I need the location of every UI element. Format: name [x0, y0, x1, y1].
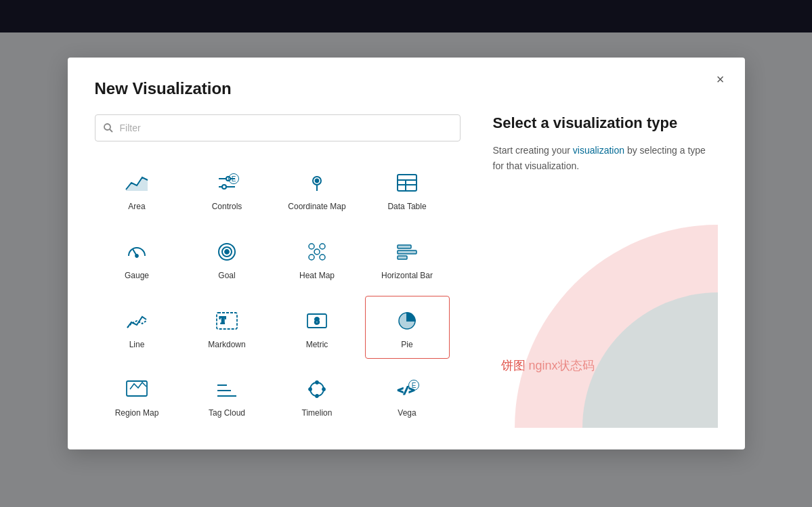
right-panel: Select a visualization type Start creati… [488, 114, 718, 427]
viz-item-tag_cloud[interactable]: Tag Cloud [185, 364, 270, 428]
visualization-grid: AreaEControlsCoordinate MapData TableGau… [95, 158, 461, 427]
svg-rect-31 [127, 381, 147, 396]
vega-icon: </> [391, 376, 423, 403]
right-panel-description: Start creating your visualization by sel… [493, 143, 718, 173]
viz-item-metric[interactable]: 8Metric [275, 296, 360, 359]
gauge-label: Gauge [125, 271, 149, 282]
svg-rect-25 [398, 256, 407, 259]
viz-item-pie[interactable]: Pie [365, 296, 450, 359]
svg-marker-2 [126, 177, 148, 191]
region_map-icon [121, 376, 153, 403]
svg-point-18 [309, 244, 314, 249]
decorative-circles [515, 225, 718, 428]
svg-point-8 [316, 179, 319, 183]
area-icon [121, 169, 153, 196]
coordinate_map-icon [301, 169, 333, 196]
data_table-icon [391, 169, 423, 196]
svg-point-20 [309, 255, 314, 260]
svg-line-1 [110, 129, 112, 132]
tag_cloud-label: Tag Cloud [209, 408, 245, 419]
svg-point-36 [309, 388, 312, 391]
svg-rect-23 [398, 245, 411, 248]
line-label: Line [129, 340, 145, 351]
controls-label: Controls [212, 202, 242, 213]
svg-text:T: T [219, 315, 226, 326]
search-icon [103, 123, 114, 133]
viz-item-gauge[interactable]: Gauge [95, 227, 179, 290]
svg-point-6 [222, 185, 226, 189]
close-button[interactable]: × [710, 68, 731, 90]
timelion-label: Timelion [302, 408, 333, 419]
line-icon [121, 307, 153, 334]
svg-point-17 [225, 250, 229, 254]
tag_cloud-icon [211, 376, 243, 403]
svg-point-0 [104, 124, 110, 130]
viz-item-data_table[interactable]: Data Table [365, 158, 450, 221]
viz-item-horizontal_bar[interactable]: Horizontal Bar [365, 227, 450, 290]
area-label: Area [128, 202, 145, 213]
svg-rect-24 [398, 250, 416, 254]
viz-item-goal[interactable]: Goal [185, 227, 270, 290]
viz-item-region_map[interactable]: Region Map [95, 364, 179, 428]
viz-item-timelion[interactable]: Timelion [275, 364, 360, 428]
chinese-label: 饼图 nginx状态码 [501, 357, 595, 374]
viz-item-heat_map[interactable]: Heat Map [275, 227, 360, 290]
pie-icon [391, 307, 423, 334]
region_map-label: Region Map [115, 408, 159, 419]
viz-item-line[interactable]: Line [95, 296, 179, 359]
vega-label: Vega [398, 408, 416, 419]
svg-point-14 [135, 255, 138, 257]
svg-point-37 [322, 388, 325, 391]
metric-icon: 8 [301, 307, 333, 334]
pie-label: Pie [401, 340, 412, 351]
controls-icon [211, 169, 243, 196]
markdown-label: Markdown [208, 340, 245, 351]
metric-label: Metric [306, 340, 328, 351]
horizontal_bar-label: Horizontal Bar [381, 271, 433, 282]
svg-point-38 [316, 381, 318, 384]
goal-icon [211, 238, 243, 265]
right-panel-title: Select a visualization type [493, 114, 718, 132]
svg-text:8: 8 [314, 315, 320, 326]
goal-label: Goal [218, 271, 235, 282]
gauge-icon [121, 238, 153, 265]
modal-title: New Visualization [95, 79, 718, 98]
svg-point-22 [314, 249, 320, 255]
viz-item-markdown[interactable]: TMarkdown [185, 296, 270, 359]
svg-point-35 [310, 382, 324, 396]
viz-item-area[interactable]: Area [95, 158, 179, 221]
svg-rect-9 [398, 175, 416, 191]
heat_map-label: Heat Map [299, 271, 335, 282]
svg-point-19 [320, 244, 325, 249]
visualization-link[interactable]: visualization [573, 145, 624, 156]
data_table-label: Data Table [387, 202, 426, 213]
heat_map-icon [301, 238, 333, 265]
left-panel: AreaEControlsCoordinate MapData TableGau… [95, 114, 461, 427]
svg-point-39 [316, 395, 318, 397]
timelion-icon [301, 376, 333, 403]
markdown-icon: T [211, 307, 243, 334]
viz-item-vega[interactable]: </>EVega [365, 364, 450, 428]
viz-item-coordinate_map[interactable]: Coordinate Map [275, 158, 360, 221]
filter-input[interactable] [95, 114, 461, 141]
vega-badge: E [408, 380, 419, 391]
viz-grid-wrap: AreaEControlsCoordinate MapData TableGau… [95, 158, 461, 427]
viz-item-controls[interactable]: EControls [185, 158, 270, 221]
horizontal_bar-icon [391, 238, 423, 265]
svg-point-21 [320, 255, 325, 260]
modal-body: AreaEControlsCoordinate MapData TableGau… [95, 114, 718, 427]
modal-backdrop: × New Visualization [0, 0, 812, 507]
new-visualization-modal: × New Visualization [68, 58, 745, 449]
filter-input-wrap [95, 114, 461, 141]
coordinate_map-label: Coordinate Map [288, 202, 345, 213]
